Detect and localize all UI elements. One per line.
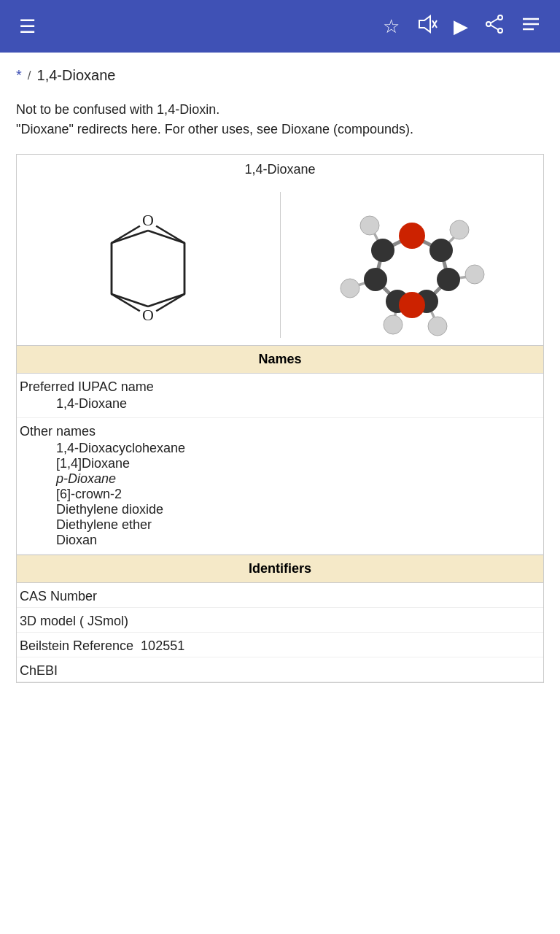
- preferred-iupac-value: 1,4-Dioxane: [17, 395, 543, 414]
- 3d-model: [281, 185, 544, 345]
- svg-point-34: [429, 239, 453, 262]
- mute-icon[interactable]: [410, 7, 443, 46]
- svg-point-3: [498, 15, 502, 20]
- breadcrumb-title: 1,4-Dioxane: [37, 67, 116, 84]
- intro-line2: "Dioxane" redirects here. For other uses…: [16, 122, 413, 136]
- svg-point-43: [465, 265, 484, 284]
- other-names-label: Other names: [17, 421, 543, 439]
- other-name-4: [6]-crown-2: [56, 487, 540, 502]
- svg-point-45: [341, 279, 359, 298]
- svg-point-41: [399, 292, 425, 318]
- overflow-menu-icon[interactable]: [515, 8, 547, 45]
- breadcrumb-separator: /: [28, 69, 31, 83]
- page-content: * / 1,4-Dioxane Not to be confused with …: [0, 53, 560, 698]
- svg-text:O: O: [142, 211, 154, 229]
- identifiers-section-header: Identifiers: [17, 555, 543, 583]
- share-icon[interactable]: [478, 8, 510, 45]
- other-names-row: Other names 1,4-Dioxacyclohexane [1,4]Di…: [17, 418, 543, 555]
- other-name-5: Diethylene dioxide: [56, 502, 540, 517]
- svg-point-44: [384, 315, 402, 334]
- compound-title: 1,4-Dioxane: [17, 155, 543, 182]
- other-name-6: Diethylene ether: [56, 517, 540, 533]
- svg-point-40: [399, 223, 425, 249]
- svg-point-4: [498, 28, 502, 33]
- svg-line-6: [491, 18, 498, 23]
- other-names-value: 1,4-Dioxacyclohexane [1,4]Dioxane p-Diox…: [17, 439, 543, 551]
- svg-point-47: [428, 317, 447, 336]
- svg-marker-0: [419, 16, 430, 32]
- cas-number-label: CAS Number: [17, 586, 543, 604]
- menu-icon[interactable]: ☰: [13, 9, 42, 44]
- breadcrumb: * / 1,4-Dioxane: [16, 67, 544, 84]
- other-name-1: 1,4-Dioxacyclohexane: [56, 441, 540, 456]
- svg-point-39: [371, 239, 394, 262]
- topbar: ☰ ☆ ▶: [0, 0, 560, 53]
- star-icon[interactable]: ☆: [377, 9, 405, 44]
- svg-point-38: [364, 268, 387, 291]
- preferred-iupac-row: Preferred IUPAC name 1,4-Dioxane: [17, 374, 543, 418]
- compound-images-row: O O: [17, 185, 543, 345]
- play-icon[interactable]: ▶: [448, 9, 474, 44]
- 3d-model-row: 3D model ( JSmol): [17, 608, 543, 633]
- other-name-3: p-Dioxane: [56, 471, 540, 487]
- intro-text: Not to be confused with 1,4-Dioxin. "Dio…: [16, 100, 544, 139]
- beilstein-row: Beilstein Reference 102551: [17, 633, 543, 657]
- other-name-7: Dioxan: [56, 533, 540, 548]
- svg-point-35: [437, 268, 460, 291]
- compound-info-table: 1,4-Dioxane O O: [16, 154, 544, 683]
- svg-text:O: O: [142, 306, 154, 324]
- names-section-header: Names: [17, 345, 543, 374]
- intro-line1: Not to be confused with 1,4-Dioxin.: [16, 102, 219, 117]
- svg-point-46: [360, 216, 379, 235]
- breadcrumb-star[interactable]: *: [16, 67, 22, 84]
- other-name-2: [1,4]Dioxane: [56, 456, 540, 471]
- svg-point-5: [486, 22, 491, 26]
- svg-line-7: [491, 25, 498, 29]
- cas-number-row: CAS Number: [17, 583, 543, 608]
- preferred-iupac-label: Preferred IUPAC name: [17, 377, 543, 395]
- beilstein-label: Beilstein Reference 102551: [17, 636, 543, 654]
- chebi-label: ChEBI: [17, 660, 543, 679]
- chebi-row: ChEBI: [17, 657, 543, 682]
- structural-formula: O O: [17, 192, 281, 338]
- 3d-model-label: 3D model ( JSmol): [17, 611, 543, 629]
- svg-point-42: [450, 220, 469, 239]
